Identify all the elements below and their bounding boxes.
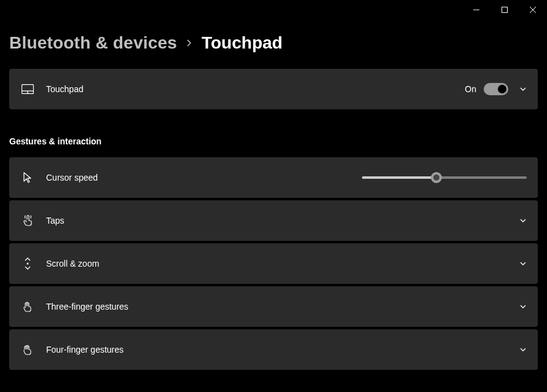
svg-rect-1 [502,7,508,13]
chevron-down-icon[interactable] [519,85,527,93]
chevron-right-icon [186,39,193,47]
tap-icon [20,214,35,227]
touchpad-icon [20,84,35,94]
three-finger-row[interactable]: Three-finger gestures [9,286,538,327]
toggle-state-label: On [465,84,476,94]
three-finger-icon [20,300,35,313]
four-finger-row[interactable]: Four-finger gestures [9,329,538,370]
cursor-icon [20,171,35,184]
window-titlebar [0,0,547,20]
chevron-down-icon[interactable] [519,260,527,267]
breadcrumb-parent[interactable]: Bluetooth & devices [9,33,177,53]
cursor-speed-label: Cursor speed [46,173,98,182]
cursor-speed-row: Cursor speed [9,157,538,198]
close-button[interactable] [519,0,547,20]
maximize-button[interactable] [490,0,519,20]
chevron-down-icon[interactable] [519,217,527,224]
scroll-zoom-row[interactable]: Scroll & zoom [9,243,538,284]
touchpad-toggle-row[interactable]: Touchpad On [9,69,538,109]
chevron-down-icon[interactable] [519,303,527,310]
gestures-section-header: Gestures & interaction [9,112,538,157]
three-finger-label: Three-finger gestures [46,302,128,312]
touchpad-toggle[interactable] [484,83,508,95]
chevron-down-icon[interactable] [519,346,527,353]
breadcrumb: Bluetooth & devices Touchpad [9,20,538,69]
four-finger-label: Four-finger gestures [46,345,124,355]
svg-point-7 [27,263,29,265]
minimize-button[interactable] [462,0,490,20]
touchpad-label: Touchpad [46,84,84,94]
related-section-header: Related settings [9,372,538,392]
scroll-icon [20,257,35,270]
scroll-zoom-label: Scroll & zoom [46,259,99,269]
cursor-speed-slider[interactable] [362,171,527,184]
taps-label: Taps [46,216,65,225]
breadcrumb-current: Touchpad [202,33,283,53]
four-finger-icon [20,343,35,356]
taps-row[interactable]: Taps [9,200,538,241]
